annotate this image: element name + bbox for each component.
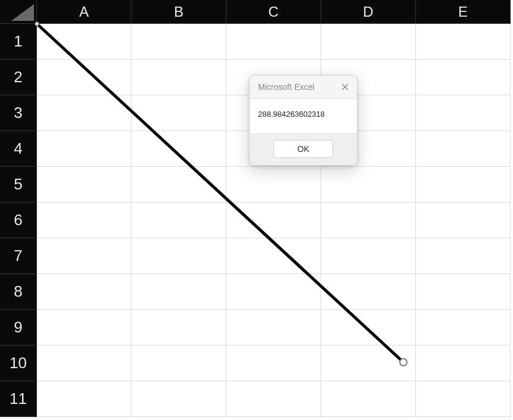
- close-icon[interactable]: [339, 81, 351, 93]
- cell-a2[interactable]: [37, 60, 132, 95]
- dialog-title: Microsoft Excel: [258, 82, 315, 92]
- row-header-1[interactable]: 1: [0, 24, 37, 60]
- cell-b4[interactable]: [132, 131, 226, 167]
- row-header-7[interactable]: 7: [0, 238, 37, 274]
- cell-e4[interactable]: [416, 131, 511, 167]
- cell-a1[interactable]: [37, 24, 132, 60]
- cell-d5[interactable]: [321, 167, 416, 203]
- cell-a11[interactable]: [37, 381, 132, 417]
- dialog-footer: OK: [250, 133, 357, 165]
- cell-b7[interactable]: [132, 238, 226, 274]
- spreadsheet-grid: A B C D E 1 2 3 4 5 6 7 8 9: [0, 0, 511, 417]
- col-header-c[interactable]: C: [226, 0, 321, 24]
- cell-a8[interactable]: [37, 274, 132, 310]
- cell-b3[interactable]: [132, 95, 226, 131]
- cell-c1[interactable]: [226, 24, 321, 60]
- cell-e8[interactable]: [416, 274, 511, 310]
- cell-c11[interactable]: [226, 381, 321, 417]
- cell-d1[interactable]: [321, 24, 416, 60]
- col-header-b[interactable]: B: [132, 0, 226, 24]
- cell-d6[interactable]: [321, 203, 416, 238]
- cell-e6[interactable]: [416, 203, 511, 238]
- cell-b9[interactable]: [132, 310, 226, 346]
- cell-e5[interactable]: [416, 167, 511, 203]
- cell-e1[interactable]: [416, 24, 511, 60]
- row-header-4[interactable]: 4: [0, 131, 37, 167]
- cell-c10[interactable]: [226, 346, 321, 381]
- cell-d10[interactable]: [321, 346, 416, 381]
- row-header-2[interactable]: 2: [0, 60, 37, 95]
- cell-c7[interactable]: [226, 238, 321, 274]
- dialog-titlebar[interactable]: Microsoft Excel: [250, 76, 357, 99]
- col-header-a[interactable]: A: [37, 0, 132, 24]
- col-header-e[interactable]: E: [416, 0, 511, 24]
- select-all-corner[interactable]: [0, 0, 37, 24]
- cell-a3[interactable]: [37, 95, 132, 131]
- cell-e11[interactable]: [416, 381, 511, 417]
- cell-c9[interactable]: [226, 310, 321, 346]
- cell-e2[interactable]: [416, 60, 511, 95]
- cell-a7[interactable]: [37, 238, 132, 274]
- cell-d11[interactable]: [321, 381, 416, 417]
- row-header-11[interactable]: 11: [0, 381, 37, 417]
- cell-d8[interactable]: [321, 274, 416, 310]
- cell-e9[interactable]: [416, 310, 511, 346]
- row-header-10[interactable]: 10: [0, 346, 37, 381]
- cell-b5[interactable]: [132, 167, 226, 203]
- cell-a6[interactable]: [37, 203, 132, 238]
- cell-e10[interactable]: [416, 346, 511, 381]
- cell-a10[interactable]: [37, 346, 132, 381]
- cell-c6[interactable]: [226, 203, 321, 238]
- cell-e3[interactable]: [416, 95, 511, 131]
- cell-b2[interactable]: [132, 60, 226, 95]
- ok-button[interactable]: OK: [273, 140, 333, 158]
- cell-b11[interactable]: [132, 381, 226, 417]
- dialog-message: 288.984263602318: [250, 99, 357, 133]
- cell-c5[interactable]: [226, 167, 321, 203]
- cell-d7[interactable]: [321, 238, 416, 274]
- message-dialog: Microsoft Excel 288.984263602318 OK: [249, 75, 357, 166]
- cell-a9[interactable]: [37, 310, 132, 346]
- cell-b6[interactable]: [132, 203, 226, 238]
- row-header-9[interactable]: 9: [0, 310, 37, 346]
- cell-b1[interactable]: [132, 24, 226, 60]
- cell-b10[interactable]: [132, 346, 226, 381]
- row-header-8[interactable]: 8: [0, 274, 37, 310]
- col-header-d[interactable]: D: [321, 0, 416, 24]
- row-header-6[interactable]: 6: [0, 203, 37, 238]
- cell-c8[interactable]: [226, 274, 321, 310]
- cell-d9[interactable]: [321, 310, 416, 346]
- cell-b8[interactable]: [132, 274, 226, 310]
- cell-a5[interactable]: [37, 167, 132, 203]
- cell-a4[interactable]: [37, 131, 132, 167]
- cell-e7[interactable]: [416, 238, 511, 274]
- row-header-5[interactable]: 5: [0, 167, 37, 203]
- row-header-3[interactable]: 3: [0, 95, 37, 131]
